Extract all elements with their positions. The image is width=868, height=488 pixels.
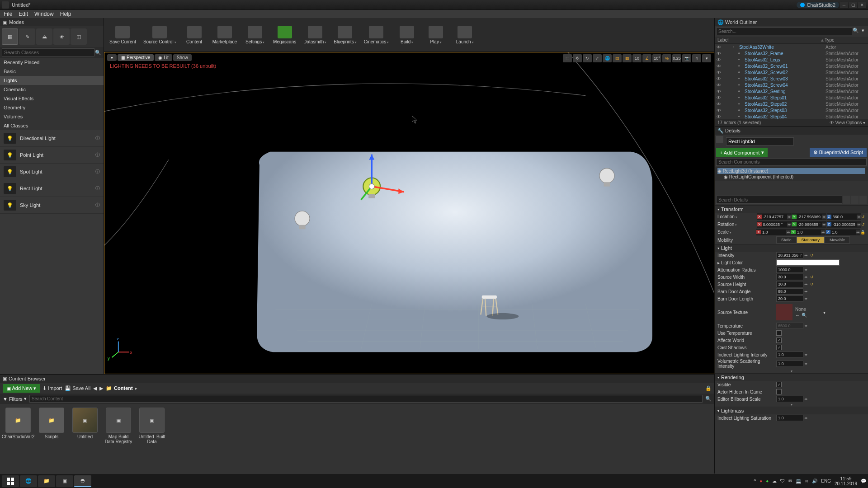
toolbar-launch[interactable]: Launch▾ bbox=[452, 25, 477, 45]
transform-mode-translate[interactable]: ✥ bbox=[573, 54, 582, 62]
category-lights[interactable]: Lights bbox=[0, 76, 104, 85]
mobility-static[interactable]: Static bbox=[776, 236, 797, 244]
toolbar-datasmith[interactable]: Datasmith▾ bbox=[302, 25, 328, 45]
angle-snap-value[interactable]: 10° bbox=[652, 54, 661, 62]
maximize-button[interactable]: ▢ bbox=[849, 2, 857, 8]
visibility-icon[interactable]: 👁 bbox=[717, 83, 723, 88]
tray-icon[interactable]: ☁ bbox=[772, 479, 777, 483]
outliner-row[interactable]: 👁▫StoolAas32_Steps03StaticMeshActor bbox=[715, 107, 868, 113]
toolbar-cinematics[interactable]: Cinematics▾ bbox=[362, 25, 391, 45]
mode-landscape[interactable]: ⛰ bbox=[36, 28, 52, 45]
source-height-input[interactable] bbox=[776, 281, 803, 287]
cast-shadows-checkbox[interactable]: ✓ bbox=[776, 345, 782, 350]
barn-door-length-input[interactable] bbox=[776, 296, 803, 302]
lock-icon[interactable]: 🔒 bbox=[860, 230, 865, 235]
info-icon[interactable]: ⓘ bbox=[95, 185, 100, 192]
add-component-button[interactable]: + Add Component ▾ bbox=[716, 148, 768, 157]
project-pill[interactable]: ChairStudio2 bbox=[797, 2, 839, 8]
scale-x-input[interactable] bbox=[761, 230, 786, 235]
transform-mode-scale[interactable]: ⤢ bbox=[593, 54, 602, 62]
start-button[interactable] bbox=[2, 475, 19, 487]
camera-speed-value[interactable]: 4 bbox=[692, 54, 701, 62]
angle-snap[interactable]: ∠ bbox=[642, 54, 651, 62]
rotation-y-input[interactable] bbox=[797, 222, 822, 227]
asset-untitled_built-data[interactable]: ▣Untitled_BuiltData bbox=[137, 408, 166, 444]
outliner-row[interactable]: 👁▫StoolAas32_Steps04StaticMeshActor bbox=[715, 113, 868, 119]
perspective-dropdown[interactable]: ▦Perspective bbox=[118, 54, 154, 61]
volumetric-scattering-input[interactable] bbox=[776, 361, 803, 367]
viewport[interactable]: ▾ ▦Perspective ◉Lit Show LIGHTING NEEDS … bbox=[104, 52, 714, 374]
nav-back[interactable]: ◀ bbox=[93, 385, 97, 391]
outliner-row[interactable]: 👁▫StoolAas32_Screw02StaticMeshActor bbox=[715, 69, 868, 75]
light-type-point-light[interactable]: 💡Point Lightⓘ bbox=[0, 147, 104, 164]
blueprint-button[interactable]: ⚙ Blueprint/Add Script bbox=[810, 148, 867, 157]
details-lock-icon[interactable] bbox=[859, 196, 867, 204]
tray-icon[interactable]: ✉ bbox=[788, 479, 792, 483]
mode-place[interactable]: ▦ bbox=[2, 28, 18, 45]
mobility-movable[interactable]: Movable bbox=[825, 236, 850, 244]
toolbar-play[interactable]: Play▾ bbox=[423, 25, 448, 45]
camera-speed[interactable]: 📷 bbox=[682, 54, 691, 62]
source-width-input[interactable] bbox=[776, 274, 803, 280]
tray-icon[interactable]: 🛡 bbox=[780, 479, 785, 483]
lit-dropdown[interactable]: ◉Lit bbox=[155, 54, 172, 61]
category-basic[interactable]: Basic bbox=[0, 67, 104, 76]
info-icon[interactable]: ⓘ bbox=[95, 202, 100, 208]
visibility-icon[interactable]: 👁 bbox=[717, 108, 723, 113]
search-details-input[interactable] bbox=[716, 196, 842, 204]
barn-door-angle-input[interactable] bbox=[776, 288, 803, 295]
asset-untitled[interactable]: ▣Untitled bbox=[71, 408, 99, 439]
grid-snap[interactable]: ▦ bbox=[623, 54, 632, 62]
affects-world-checkbox[interactable]: ✓ bbox=[776, 338, 782, 343]
surface-snap[interactable]: ▤ bbox=[613, 54, 622, 62]
search-classes-input[interactable] bbox=[2, 48, 94, 56]
visibility-icon[interactable]: 👁 bbox=[717, 95, 723, 100]
viewport-maximize[interactable]: ▾ bbox=[702, 54, 711, 62]
attenuation-input[interactable] bbox=[776, 267, 803, 273]
lock-icon[interactable]: 🔒 bbox=[705, 385, 712, 391]
info-icon[interactable]: ⓘ bbox=[95, 169, 100, 175]
section-rendering[interactable]: ▾Rendering bbox=[715, 373, 868, 381]
toolbar-marketplace[interactable]: Marketplace bbox=[211, 25, 239, 45]
section-transform[interactable]: ▾Transform bbox=[715, 205, 868, 213]
info-icon[interactable]: ⓘ bbox=[95, 152, 100, 158]
outliner-search[interactable] bbox=[716, 28, 852, 35]
notification-icon[interactable]: 💬 bbox=[861, 479, 866, 483]
hidden-in-game-checkbox[interactable] bbox=[776, 389, 782, 394]
category-cinematic[interactable]: Cinematic bbox=[0, 85, 104, 94]
outliner-row[interactable]: 👁▫StoolAas32_Screw01StaticMeshActor bbox=[715, 63, 868, 69]
light-type-directional-light[interactable]: 💡Directional Lightⓘ bbox=[0, 130, 104, 147]
taskbar-chrome[interactable]: 🌐 bbox=[20, 475, 37, 487]
reset-icon[interactable]: ↺ bbox=[861, 215, 865, 219]
menu-edit[interactable]: Edit bbox=[19, 11, 28, 17]
visible-checkbox[interactable]: ✓ bbox=[776, 382, 782, 387]
temperature-input[interactable] bbox=[776, 323, 803, 329]
add-new-button[interactable]: ▣ Add New ▾ bbox=[3, 384, 40, 393]
toolbar-blueprints[interactable]: Blueprints▾ bbox=[332, 25, 358, 45]
scale-snap-value[interactable]: 0.25 bbox=[672, 54, 681, 62]
coord-space[interactable]: 🌐 bbox=[603, 54, 612, 62]
tray-icon[interactable]: ● bbox=[766, 479, 769, 483]
scale-z-input[interactable] bbox=[830, 230, 856, 235]
outliner-row[interactable]: 👁▫StoolAas32_Screw04StaticMeshActor bbox=[715, 82, 868, 88]
section-light[interactable]: ▾Light bbox=[715, 244, 868, 252]
rotation-z-input[interactable] bbox=[831, 222, 857, 227]
transform-mode-rotate[interactable]: ↻ bbox=[583, 54, 592, 62]
filters-button[interactable]: ▼ Filters ▾ bbox=[3, 396, 27, 402]
save-all-button[interactable]: 💾 Save All bbox=[65, 385, 90, 391]
asset-scripts[interactable]: 📁Scripts bbox=[37, 408, 66, 439]
rotation-x-input[interactable] bbox=[762, 222, 787, 227]
menu-window[interactable]: Window bbox=[34, 11, 54, 17]
outliner-row[interactable]: 👁▫StoolAas32_Steps01StaticMeshActor bbox=[715, 94, 868, 101]
transform-mode-select[interactable]: ⬚ bbox=[563, 54, 572, 62]
component-child[interactable]: ◉ RectLightComponent (Inherited) bbox=[717, 174, 865, 180]
tray-network-icon[interactable]: ≋ bbox=[805, 479, 808, 483]
intensity-input[interactable] bbox=[776, 252, 803, 258]
tray-language[interactable]: ENG bbox=[821, 479, 831, 483]
viewport-options[interactable]: ▾ bbox=[107, 54, 117, 61]
toolbar-save-current[interactable]: Save Current bbox=[108, 25, 138, 45]
scale-snap[interactable]: % bbox=[662, 54, 671, 62]
menu-help[interactable]: Help bbox=[60, 11, 71, 17]
system-clock[interactable]: 11:5920.11.2019 bbox=[835, 476, 857, 486]
outliner-row[interactable]: 👁▫StoolAas32_LegsStaticMeshActor bbox=[715, 56, 868, 63]
